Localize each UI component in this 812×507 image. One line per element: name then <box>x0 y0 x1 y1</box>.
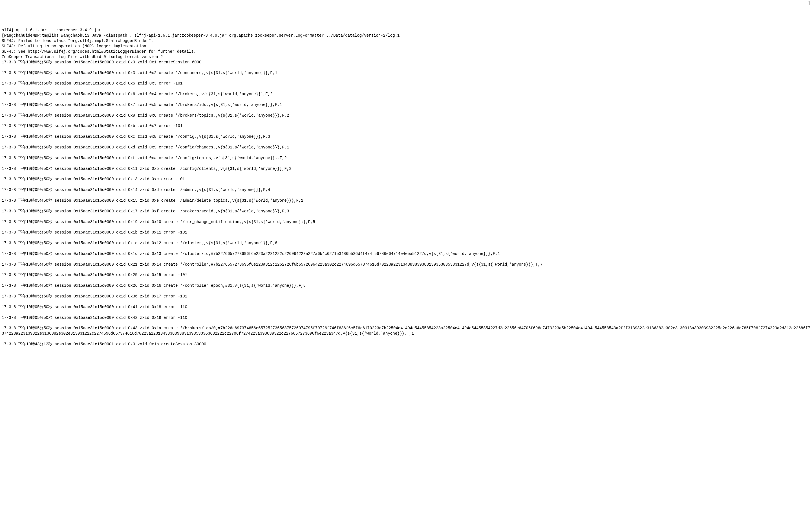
terminal-line: 17-3-8 下午10時05分50秒 session 0x15aae31c15c… <box>2 230 810 235</box>
terminal-line <box>2 299 810 304</box>
terminal-line: 17-3-8 下午10時05分50秒 session 0x15aae31c15c… <box>2 187 810 193</box>
terminal-line <box>2 288 810 294</box>
terminal-line: SLF4J: Failed to load class "org.slf4j.i… <box>2 38 810 44</box>
terminal-line: 17-3-8 下午10時05分50秒 session 0x15aae31c15c… <box>2 70 810 76</box>
terminal-line: SLF4J: See http://www.slf4j.org/codes.ht… <box>2 49 810 54</box>
terminal-line: 17-3-8 下午10時05分50秒 session 0x15aae31c15c… <box>2 166 810 172</box>
terminal-output[interactable]: slf4j-api-1.6.1.jar zookeeper-3.4.9.jar[… <box>2 27 810 347</box>
terminal-line: 17-3-8 下午10時05分50秒 session 0x15aae31c15c… <box>2 219 810 225</box>
terminal-cursor: ] <box>808 1 810 6</box>
terminal-line: ZooKeeper Transactional Log File with db… <box>2 54 810 60</box>
terminal-line: 17-3-8 下午10時05分50秒 session 0x15aae31c15c… <box>2 177 810 182</box>
terminal-line <box>2 257 810 262</box>
terminal-line <box>2 97 810 102</box>
terminal-line: 17-3-8 下午10時05分50秒 session 0x15aae31c15c… <box>2 198 810 203</box>
terminal-line: slf4j-api-1.6.1.jar zookeeper-3.4.9.jar <box>2 27 810 33</box>
terminal-line <box>2 172 810 177</box>
terminal-line <box>2 129 810 134</box>
terminal-line <box>2 267 810 273</box>
terminal-line: 17-3-8 下午10時05分50秒 session 0x15aae31c15c… <box>2 92 810 97</box>
terminal-line: 17-3-8 下午10時05分50秒 session 0x15aae31c15c… <box>2 326 810 336</box>
terminal-line <box>2 278 810 283</box>
terminal-line: 17-3-8 下午10時05分50秒 session 0x15aae31c15c… <box>2 113 810 118</box>
terminal-line: 17-3-8 下午10時05分50秒 session 0x15aae31c15c… <box>2 283 810 288</box>
terminal-line: 17-3-8 下午10時05分50秒 session 0x15aae31c15c… <box>2 272 810 278</box>
terminal-line <box>2 150 810 156</box>
terminal-line <box>2 86 810 92</box>
terminal-line <box>2 214 810 219</box>
terminal-line: 17-3-8 下午10時05分50秒 session 0x15aae31c15c… <box>2 60 810 65</box>
terminal-line: 17-3-8 下午10時05分50秒 session 0x15aae31c15c… <box>2 209 810 214</box>
terminal-line <box>2 224 810 230</box>
terminal-line <box>2 246 810 251</box>
terminal-line <box>2 193 810 198</box>
terminal-line: 17-3-8 下午10時05分50秒 session 0x15aae31c15c… <box>2 145 810 150</box>
terminal-line: 17-3-8 下午10時05分50秒 session 0x15aae31c15c… <box>2 102 810 108</box>
terminal-line <box>2 118 810 124</box>
terminal-line: 17-3-8 下午10時05分50秒 session 0x15aae31c15c… <box>2 251 810 257</box>
terminal-line <box>2 182 810 187</box>
terminal-line: SLF4J: Defaulting to no-operation (NOP) … <box>2 44 810 49</box>
terminal-line <box>2 320 810 326</box>
terminal-line <box>2 310 810 315</box>
terminal-line <box>2 161 810 166</box>
terminal-line: 17-3-8 下午10時05分50秒 session 0x15aae31c15c… <box>2 81 810 86</box>
terminal-line <box>2 65 810 70</box>
terminal-line: 17-3-8 下午10時05分50秒 session 0x15aae31c15c… <box>2 123 810 129</box>
terminal-line <box>2 235 810 240</box>
terminal-line: 17-3-8 下午10時05分50秒 session 0x15aae31c15c… <box>2 294 810 299</box>
terminal-line <box>2 336 810 342</box>
terminal-line <box>2 139 810 145</box>
terminal-line: 17-3-8 下午10時05分50秒 session 0x15aae31c15c… <box>2 156 810 161</box>
terminal-line: 17-3-8 下午10時05分50秒 session 0x15aae31c15c… <box>2 315 810 321</box>
terminal-line: [wangchahuideMBP:tmplibs wangchaohui$ Ja… <box>2 33 810 38</box>
terminal-line: 17-3-8 下午10時05分50秒 session 0x15aae31c15c… <box>2 134 810 139</box>
terminal-line: 17-3-8 下午10時05分50秒 session 0x15aae31c15c… <box>2 304 810 310</box>
terminal-line <box>2 75 810 81</box>
terminal-line <box>2 108 810 113</box>
terminal-line <box>2 203 810 209</box>
terminal-line: 17-3-8 下午10時05分50秒 session 0x15aae31c15c… <box>2 240 810 246</box>
terminal-line: 17-3-8 下午10時43分12秒 session 0x15aae31c15c… <box>2 342 810 347</box>
terminal-line: 17-3-8 下午10時05分50秒 session 0x15aae31c15c… <box>2 262 810 267</box>
